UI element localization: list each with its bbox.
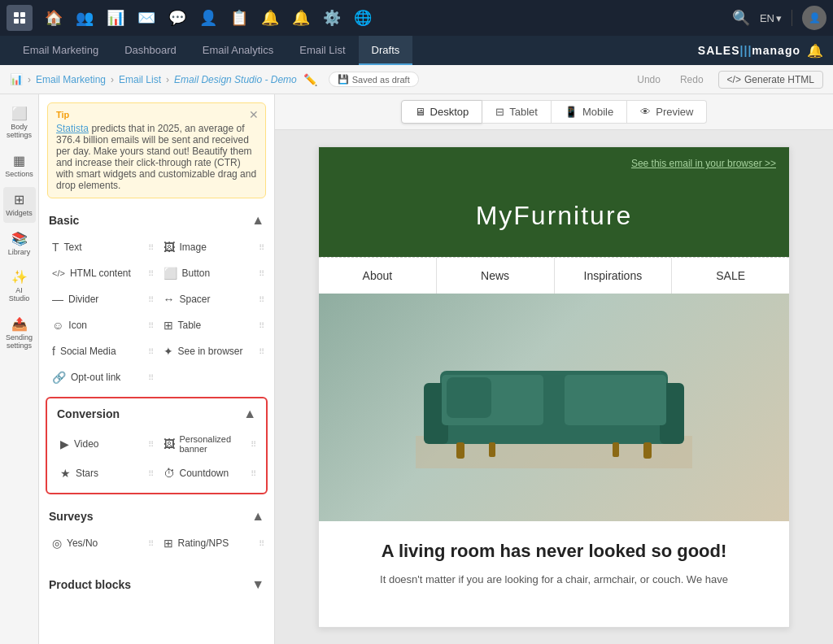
redo-button[interactable]: Redo: [675, 72, 709, 87]
basic-section-header[interactable]: Basic ▲: [39, 205, 274, 234]
stars-icon: ★: [60, 467, 71, 480]
breadcrumb-current-page[interactable]: Email Design Studio - Demo: [174, 74, 297, 85]
conversion-section-collapse[interactable]: ▲: [243, 407, 256, 421]
sidebar-item-body-settings[interactable]: ⬜ Body settings: [3, 101, 36, 145]
drag-handle-html[interactable]: ⠿: [148, 269, 154, 278]
nav-messages-icon[interactable]: 💬: [163, 3, 192, 33]
view-desktop-button[interactable]: 🖥 Desktop: [401, 100, 483, 124]
sub-nav-right: SALES|||manago 🔔: [698, 43, 823, 59]
user-avatar[interactable]: 👤: [802, 6, 826, 30]
save-icon: 💾: [338, 74, 349, 85]
widget-image[interactable]: 🖼 Image ⠿: [157, 234, 268, 260]
sidebar-item-ai-studio[interactable]: ✨ AI Studio: [3, 264, 36, 308]
drag-handle-spacer[interactable]: ⠿: [259, 295, 264, 304]
generate-html-button[interactable]: </> Generate HTML: [718, 71, 823, 89]
product-blocks-collapse[interactable]: ▼: [251, 577, 264, 592]
widget-yes-no[interactable]: ◎ Yes/No ⠿: [46, 530, 157, 556]
breadcrumb-email-list[interactable]: Email List: [119, 74, 161, 85]
surveys-section-collapse[interactable]: ▲: [251, 509, 264, 524]
widget-see-in-browser[interactable]: ✦ See in browser ⠿: [157, 338, 268, 364]
drag-handle-image[interactable]: ⠿: [259, 243, 264, 252]
drag-handle-yes-no[interactable]: ⠿: [148, 539, 154, 548]
nav-alert-icon[interactable]: 🔔: [286, 3, 316, 33]
drag-handle-see-browser[interactable]: ⠿: [259, 347, 264, 356]
nav-bell-icon[interactable]: 🔔: [255, 3, 285, 33]
tab-email-marketing[interactable]: Email Marketing: [10, 36, 111, 65]
canvas-scroll-area[interactable]: See this email in your browser >> MyFurn…: [275, 130, 833, 644]
drag-handle-text[interactable]: ⠿: [148, 243, 154, 252]
email-nav-about[interactable]: About: [319, 258, 437, 294]
widget-table-label: Table: [178, 320, 202, 331]
grid-menu-button[interactable]: [7, 5, 33, 31]
yes-no-icon: ◎: [52, 537, 62, 550]
widget-icon[interactable]: ☺ Icon ⠿: [46, 312, 157, 338]
view-mobile-button[interactable]: 📱 Mobile: [552, 100, 627, 124]
nav-divider: [792, 10, 792, 26]
view-tablet-button[interactable]: ⊟ Tablet: [482, 100, 552, 124]
drag-handle-stars[interactable]: ⠿: [148, 469, 154, 478]
preview-icon: 👁: [640, 106, 651, 118]
widget-stars[interactable]: ★ Stars ⠿: [54, 460, 157, 486]
nav-settings-icon[interactable]: ⚙️: [317, 3, 347, 33]
tip-statista-link[interactable]: Statista: [56, 123, 89, 134]
sidebar-item-sending-settings[interactable]: 📤 Sending settings: [3, 311, 36, 355]
nav-contact-icon[interactable]: 👤: [194, 3, 223, 33]
widget-rating-nps[interactable]: ⊞ Rating/NPS ⠿: [157, 530, 268, 556]
sidebar-item-library[interactable]: 📚 Library: [3, 226, 36, 262]
drag-handle-rating[interactable]: ⠿: [259, 539, 264, 548]
widget-spacer[interactable]: ↔ Spacer ⠿: [157, 286, 268, 312]
tab-email-list[interactable]: Email List: [286, 36, 358, 65]
email-browser-link[interactable]: See this email in your browser >>: [631, 158, 776, 169]
nav-email-icon[interactable]: ✉️: [132, 3, 161, 33]
drag-handle-social[interactable]: ⠿: [148, 347, 154, 356]
search-icon[interactable]: 🔍: [729, 6, 753, 30]
drag-handle-countdown[interactable]: ⠿: [251, 469, 256, 478]
drag-handle-banner[interactable]: ⠿: [251, 440, 256, 449]
drag-handle-icon[interactable]: ⠿: [148, 321, 154, 330]
widget-countdown[interactable]: ⏱ Countdown ⠿: [157, 460, 260, 486]
email-nav-inspirations[interactable]: Inspirations: [555, 258, 673, 294]
widget-table[interactable]: ⊞ Table ⠿: [157, 312, 268, 338]
main-layout: ⬜ Body settings ▦ Sections ⊞ Widgets 📚 L…: [0, 94, 833, 644]
widget-video-label: Video: [74, 438, 98, 450]
widget-social-media[interactable]: f Social Media ⠿: [46, 338, 157, 364]
widget-html-label: HTML content: [70, 268, 131, 279]
view-preview-button[interactable]: 👁 Preview: [627, 100, 707, 124]
conversion-section-header[interactable]: Conversion ▲: [47, 398, 266, 428]
sidebar-item-sections[interactable]: ▦ Sections: [3, 148, 36, 184]
widget-divider[interactable]: — Divider ⠿: [46, 286, 157, 312]
drag-handle-button[interactable]: ⠿: [259, 269, 264, 278]
drag-handle-table[interactable]: ⠿: [259, 321, 264, 330]
edit-icon[interactable]: ✏️: [303, 73, 317, 86]
basic-section-collapse[interactable]: ▲: [251, 213, 264, 228]
nav-home-icon[interactable]: 🏠: [39, 3, 68, 33]
widget-opt-out-link[interactable]: 🔗 Opt-out link ⠿: [46, 364, 157, 390]
email-nav-news[interactable]: News: [437, 258, 555, 294]
drag-handle-video[interactable]: ⠿: [148, 440, 154, 449]
tab-drafts[interactable]: Drafts: [359, 36, 413, 65]
breadcrumb-email-marketing[interactable]: Email Marketing: [36, 74, 106, 85]
product-blocks-header[interactable]: Product blocks ▼: [39, 569, 274, 598]
widget-video[interactable]: ▶ Video ⠿: [54, 428, 157, 460]
notification-bell-icon[interactable]: 🔔: [807, 43, 823, 59]
tab-email-analytics[interactable]: Email Analytics: [190, 36, 286, 65]
tip-close-button[interactable]: ✕: [249, 108, 259, 121]
sidebar-item-widgets[interactable]: ⊞ Widgets: [3, 187, 36, 223]
widget-text[interactable]: T Text ⠿: [46, 234, 157, 260]
icon-icon: ☺: [52, 319, 63, 332]
nav-users-icon[interactable]: 👥: [70, 3, 99, 33]
drag-handle-opt-out[interactable]: ⠿: [148, 373, 154, 382]
surveys-section-header[interactable]: Surveys ▲: [39, 501, 274, 530]
email-nav-sale[interactable]: SALE: [672, 258, 789, 294]
language-selector[interactable]: EN ▾: [760, 12, 782, 24]
undo-button[interactable]: Undo: [632, 72, 665, 87]
nav-campaigns-icon[interactable]: 📋: [225, 3, 254, 33]
nav-network-icon[interactable]: 🌐: [348, 3, 377, 33]
widget-personalized-banner[interactable]: 🖼 Personalized banner ⠿: [157, 428, 260, 460]
nav-chart-icon[interactable]: 📊: [101, 3, 130, 33]
email-navigation: About News Inspirations SALE: [319, 257, 789, 294]
widget-button[interactable]: ⬜ Button ⠿: [157, 260, 268, 286]
drag-handle-divider[interactable]: ⠿: [148, 295, 154, 304]
widget-html-content[interactable]: </> HTML content ⠿: [46, 260, 157, 286]
tab-dashboard[interactable]: Dashboard: [111, 36, 190, 65]
